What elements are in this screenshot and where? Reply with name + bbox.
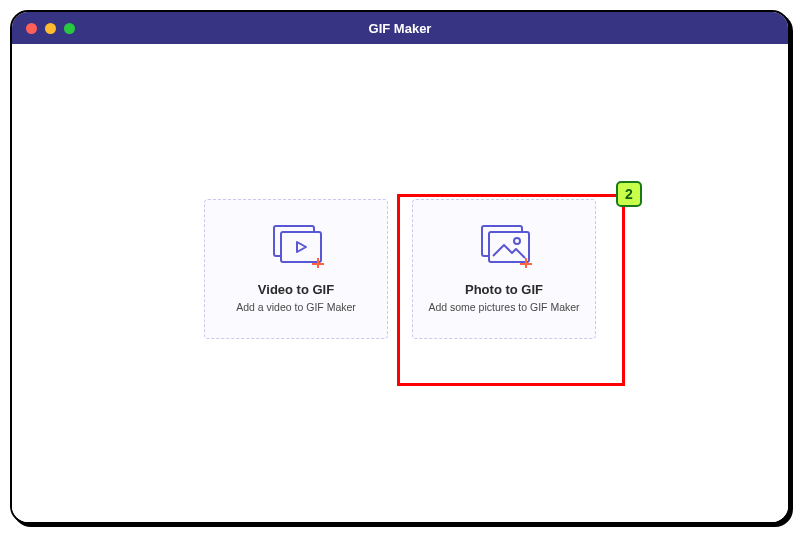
close-icon[interactable] <box>26 23 37 34</box>
app-window: GIF Maker Video to GIF Add a video to GI… <box>10 10 790 524</box>
svg-rect-1 <box>281 232 321 262</box>
card-title: Photo to GIF <box>465 282 543 297</box>
minimize-icon[interactable] <box>45 23 56 34</box>
photo-icon <box>476 224 532 268</box>
titlebar: GIF Maker <box>12 12 788 44</box>
card-row: Video to GIF Add a video to GIF Maker Ph… <box>204 199 596 339</box>
maximize-icon[interactable] <box>64 23 75 34</box>
card-subtitle: Add some pictures to GIF Maker <box>428 301 579 313</box>
card-title: Video to GIF <box>258 282 334 297</box>
app-body: Video to GIF Add a video to GIF Maker Ph… <box>12 44 788 522</box>
svg-rect-5 <box>489 232 529 262</box>
window-controls <box>26 23 75 34</box>
video-icon <box>268 224 324 268</box>
window-title: GIF Maker <box>12 21 788 36</box>
photo-to-gif-card[interactable]: Photo to GIF Add some pictures to GIF Ma… <box>412 199 596 339</box>
video-to-gif-card[interactable]: Video to GIF Add a video to GIF Maker <box>204 199 388 339</box>
annotation-badge: 2 <box>616 181 642 207</box>
card-subtitle: Add a video to GIF Maker <box>236 301 356 313</box>
